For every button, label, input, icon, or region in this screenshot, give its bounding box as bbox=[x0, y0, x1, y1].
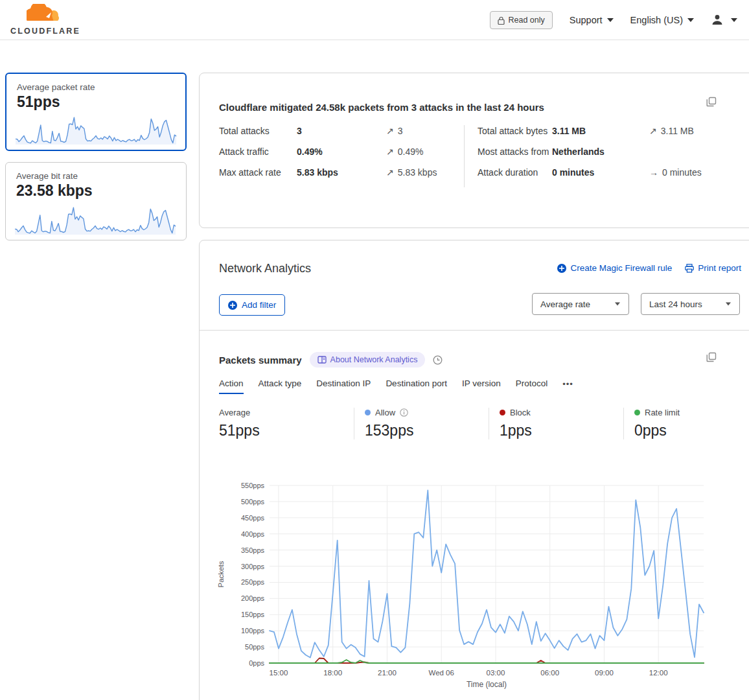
user-icon bbox=[711, 14, 724, 27]
summary-row-max-attack-rate: Max attack rate 5.83 kbps ↗5.83 kbps bbox=[219, 167, 464, 178]
summary-title: Cloudflare mitigated 24.58k packets from… bbox=[219, 102, 673, 113]
allow-dot bbox=[365, 410, 371, 415]
chevron-down-icon bbox=[615, 303, 620, 306]
summary-row-attack-traffic: Attack traffic 0.49% ↗0.49% bbox=[219, 146, 464, 158]
lock-icon bbox=[498, 16, 505, 25]
rate-limit-dot bbox=[634, 410, 640, 415]
summary-row-total-attacks: Total attacks 3 ↗3 bbox=[219, 125, 464, 137]
metric-select-value: Average rate bbox=[540, 299, 590, 309]
chevron-down-icon bbox=[731, 18, 737, 22]
add-filter-button[interactable]: Add filter bbox=[219, 294, 285, 316]
trend-up-icon: ↗ bbox=[386, 167, 394, 178]
create-magic-firewall-rule-link[interactable]: Create Magic Firewall rule bbox=[557, 263, 672, 273]
metric-select[interactable]: Average rate bbox=[532, 293, 629, 315]
stat-value: 0.49% bbox=[297, 146, 386, 158]
stat-rate-limit: Rate limit 0pps bbox=[623, 408, 749, 439]
info-icon[interactable] bbox=[400, 408, 408, 417]
packets-summary-title: Packets summary bbox=[219, 355, 302, 366]
svg-text:18:00: 18:00 bbox=[323, 669, 342, 677]
summary-right-column: Total attack bytes 3.11 MB ↗3.11 MB Most… bbox=[464, 125, 723, 187]
trend-up-icon: ↗ bbox=[649, 125, 657, 137]
tab-destination-ip[interactable]: Destination IP bbox=[316, 379, 371, 394]
svg-text:150pps: 150pps bbox=[241, 611, 265, 618]
stat-label: Attack traffic bbox=[219, 146, 297, 158]
copy-chart-icon[interactable] bbox=[706, 352, 717, 365]
metric-label: Average bit rate bbox=[16, 171, 176, 181]
stat-trend: ↗3 bbox=[386, 125, 403, 137]
tab-protocol[interactable]: Protocol bbox=[516, 379, 548, 394]
time-range-select[interactable]: Last 24 hours bbox=[641, 293, 740, 315]
chevron-down-icon bbox=[687, 18, 694, 22]
packet-rate-sparkline bbox=[14, 113, 178, 146]
summary-row-attack-duration: Attack duration 0 minutes →0 minutes bbox=[478, 167, 723, 178]
stat-label: Max attack rate bbox=[219, 167, 297, 178]
plus-circle-icon bbox=[228, 301, 237, 310]
dimension-tabs: Action Attack type Destination IP Destin… bbox=[219, 379, 573, 394]
cloudflare-logo[interactable]: CLOUDFLARE bbox=[10, 4, 80, 36]
network-analytics-card: Network Analytics Create Magic Firewall … bbox=[199, 240, 749, 700]
stat-value: 3.11 MB bbox=[552, 125, 649, 137]
packets-time-series-chart[interactable]: 0pps50pps100pps150pps200pps250pps300pps3… bbox=[214, 479, 717, 700]
stat-average: Average 51pps bbox=[219, 408, 354, 439]
stat-label: Most attacks from bbox=[478, 146, 552, 158]
history-clock-icon[interactable] bbox=[433, 355, 443, 365]
stat-block: Block 1pps bbox=[489, 408, 623, 439]
support-label: Support bbox=[570, 15, 603, 25]
svg-text:0pps: 0pps bbox=[249, 659, 264, 667]
print-report-link[interactable]: Print report bbox=[685, 263, 741, 273]
stat-label: Attack duration bbox=[478, 167, 552, 178]
tab-ip-version[interactable]: IP version bbox=[462, 379, 501, 394]
stat-label: Total attack bytes bbox=[478, 125, 552, 137]
language-label: English (US) bbox=[630, 15, 683, 25]
trend-up-icon: ↗ bbox=[386, 125, 394, 137]
cloudflare-cloud-icon bbox=[27, 4, 64, 23]
printer-icon bbox=[685, 264, 694, 273]
stat-value: 3 bbox=[297, 125, 386, 137]
bit-rate-sparkline bbox=[14, 204, 177, 236]
tab-attack-type[interactable]: Attack type bbox=[259, 379, 302, 394]
svg-text:Packets: Packets bbox=[217, 561, 225, 587]
chevron-down-icon bbox=[726, 303, 731, 306]
metric-card-bit-rate[interactable]: Average bit rate 23.58 kbps bbox=[5, 162, 187, 240]
svg-text:15:00: 15:00 bbox=[270, 669, 288, 677]
stat-trend: ↗5.83 kbps bbox=[386, 167, 437, 178]
tab-destination-port[interactable]: Destination port bbox=[386, 379, 447, 394]
tab-action[interactable]: Action bbox=[219, 379, 244, 394]
support-menu[interactable]: Support bbox=[570, 15, 614, 25]
summary-left-column: Total attacks 3 ↗3 Attack traffic 0.49% … bbox=[219, 125, 464, 187]
svg-text:400pps: 400pps bbox=[241, 530, 265, 538]
svg-text:500pps: 500pps bbox=[241, 498, 265, 506]
svg-text:Time (local): Time (local) bbox=[467, 680, 507, 689]
book-icon bbox=[317, 356, 327, 364]
svg-text:Wed 06: Wed 06 bbox=[428, 669, 454, 677]
metric-label: Average packet rate bbox=[17, 82, 175, 92]
metric-value: 51pps bbox=[17, 93, 175, 111]
series-legend-stats: Average 51pps Allow 153pps Block 1pps Ra… bbox=[219, 408, 749, 439]
account-menu[interactable] bbox=[711, 14, 737, 27]
metric-card-packet-rate[interactable]: Average packet rate 51pps bbox=[5, 73, 187, 151]
svg-text:350pps: 350pps bbox=[241, 546, 265, 554]
svg-text:450pps: 450pps bbox=[241, 514, 265, 522]
stat-trend: ↗3.11 MB bbox=[649, 125, 694, 137]
svg-text:06:00: 06:00 bbox=[540, 669, 559, 677]
read-only-label: Read only bbox=[509, 16, 545, 25]
block-dot bbox=[500, 410, 505, 415]
stat-label: Total attacks bbox=[219, 125, 297, 137]
about-network-analytics-link[interactable]: About Network Analytics bbox=[310, 352, 426, 368]
language-menu[interactable]: English (US) bbox=[630, 15, 694, 25]
stat-trend: →0 minutes bbox=[649, 167, 702, 178]
read-only-badge[interactable]: Read only bbox=[490, 11, 553, 29]
summary-row-most-attacks-from: Most attacks from Netherlands bbox=[478, 146, 723, 158]
chevron-down-icon bbox=[607, 18, 614, 22]
trend-right-icon: → bbox=[649, 167, 658, 178]
stat-allow: Allow 153pps bbox=[354, 408, 489, 439]
more-tabs-button[interactable]: ••• bbox=[562, 379, 573, 394]
copy-card-icon[interactable] bbox=[706, 97, 717, 110]
svg-text:03:00: 03:00 bbox=[487, 669, 505, 677]
section-divider bbox=[200, 330, 749, 331]
svg-text:550pps: 550pps bbox=[241, 482, 265, 489]
svg-text:12:00: 12:00 bbox=[649, 669, 668, 677]
network-analytics-title: Network Analytics bbox=[219, 262, 311, 275]
metric-value: 23.58 kbps bbox=[16, 182, 176, 200]
summary-row-total-bytes: Total attack bytes 3.11 MB ↗3.11 MB bbox=[478, 125, 723, 137]
